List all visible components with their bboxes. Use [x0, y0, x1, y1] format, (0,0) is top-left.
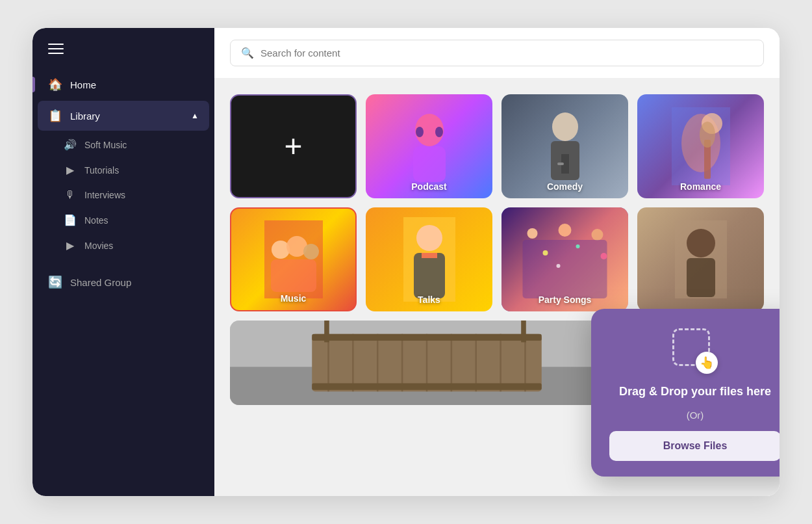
- svg-rect-7: [557, 163, 564, 165]
- svg-rect-47: [324, 321, 329, 342]
- card-pier[interactable]: [230, 321, 624, 405]
- sidebar-library-label: Library: [70, 111, 183, 122]
- music-label: Music: [231, 293, 355, 304]
- drag-drop-overlay: 👆 Drag & Drop your files here (Or) Brows…: [591, 309, 780, 477]
- fourth-image: [637, 207, 764, 311]
- svg-rect-48: [521, 321, 526, 342]
- tutorials-label: Tutorials: [84, 165, 119, 176]
- library-icon: 📋: [48, 109, 62, 123]
- sidebar-item-home[interactable]: 🏠 Home: [32, 70, 214, 99]
- add-icon: +: [284, 131, 302, 162]
- svg-point-4: [552, 112, 578, 141]
- chevron-up-icon: ▲: [191, 111, 199, 120]
- sidebar-subitems: 🔊 Soft Music ▶ Tutorials 🎙 Interviews 📄 …: [32, 132, 214, 258]
- svg-point-16: [303, 244, 319, 259]
- card-comedy[interactable]: Comedy: [501, 94, 628, 198]
- search-input[interactable]: [260, 47, 753, 59]
- drag-drop-title: Drag & Drop your files here: [619, 384, 771, 399]
- card-podcast[interactable]: Podcast: [366, 94, 492, 198]
- interviews-icon: 🎙: [64, 189, 77, 201]
- sidebar-item-library[interactable]: 📋 Library ▲: [38, 101, 209, 131]
- drag-drop-icon-wrapper: 👆: [672, 328, 718, 374]
- shared-group-label: Shared Group: [70, 277, 199, 288]
- card-fourth[interactable]: [637, 207, 764, 311]
- browse-files-button[interactable]: Browse Files: [609, 431, 780, 461]
- svg-rect-1: [413, 146, 446, 182]
- sidebar-item-interviews[interactable]: 🎙 Interviews: [32, 183, 214, 207]
- notes-icon: 📄: [64, 214, 77, 226]
- svg-rect-32: [687, 258, 715, 297]
- svg-point-12: [700, 122, 715, 148]
- svg-rect-17: [271, 259, 316, 292]
- svg-point-23: [559, 224, 572, 237]
- content-grid-row2: Music Talks: [230, 207, 764, 311]
- tutorials-icon: ▶: [64, 164, 77, 176]
- comedy-label: Comedy: [501, 181, 628, 192]
- sidebar: 🏠 Home 📋 Library ▲ 🔊 Soft Music ▶ Tutori…: [32, 28, 214, 496]
- svg-point-29: [557, 264, 561, 268]
- talks-label: Talks: [366, 295, 492, 305]
- notes-label: Notes: [84, 215, 108, 226]
- svg-point-24: [592, 229, 603, 241]
- hamburger-button[interactable]: [32, 44, 214, 70]
- card-talks[interactable]: Talks: [366, 207, 492, 311]
- svg-rect-25: [523, 240, 607, 298]
- svg-point-19: [416, 225, 442, 251]
- svg-point-26: [543, 250, 548, 255]
- search-bar: 🔍: [230, 40, 764, 66]
- svg-rect-45: [312, 334, 542, 341]
- svg-rect-46: [312, 384, 542, 390]
- soft-music-label: Soft Music: [84, 140, 127, 150]
- search-bar-wrapper: 🔍: [214, 28, 780, 79]
- svg-point-2: [416, 127, 424, 137]
- content-grid-row1: + Podcast: [230, 94, 764, 198]
- sidebar-item-movies[interactable]: ▶ Movies: [32, 233, 214, 258]
- shared-group-icon: 🔄: [48, 275, 62, 289]
- hamburger-icon: [48, 44, 64, 54]
- soft-music-icon: 🔊: [64, 138, 77, 151]
- movies-icon: ▶: [64, 239, 77, 252]
- card-music[interactable]: Music: [230, 207, 357, 311]
- svg-point-22: [527, 228, 538, 239]
- svg-point-31: [687, 229, 715, 257]
- party-songs-label: Party Songs: [501, 295, 628, 305]
- drag-drop-cursor-icon: 👆: [696, 352, 718, 374]
- movies-label: Movies: [84, 241, 113, 251]
- sidebar-home-label: Home: [70, 79, 199, 90]
- interviews-label: Interviews: [84, 190, 125, 200]
- sidebar-item-soft-music[interactable]: 🔊 Soft Music: [32, 132, 214, 157]
- sidebar-item-shared-group[interactable]: 🔄 Shared Group: [32, 267, 214, 297]
- home-icon: 🏠: [48, 77, 62, 92]
- svg-rect-21: [422, 253, 437, 258]
- svg-point-3: [435, 127, 443, 137]
- svg-rect-20: [414, 253, 445, 298]
- svg-point-27: [576, 244, 580, 248]
- card-add[interactable]: +: [230, 94, 357, 198]
- drag-drop-or-label: (Or): [687, 410, 704, 421]
- romance-label: Romance: [637, 181, 764, 192]
- card-party[interactable]: Party Songs: [501, 207, 628, 311]
- main-container: 🏠 Home 📋 Library ▲ 🔊 Soft Music ▶ Tutori…: [32, 28, 780, 496]
- sidebar-nav: 🏠 Home 📋 Library ▲ 🔊 Soft Music ▶ Tutori…: [32, 70, 214, 297]
- sidebar-item-tutorials[interactable]: ▶ Tutorials: [32, 157, 214, 183]
- card-romance[interactable]: Romance: [637, 94, 764, 198]
- sidebar-item-notes[interactable]: 📄 Notes: [32, 207, 214, 233]
- search-icon: 🔍: [241, 47, 254, 59]
- svg-point-28: [601, 253, 607, 259]
- podcast-label: Podcast: [366, 181, 492, 192]
